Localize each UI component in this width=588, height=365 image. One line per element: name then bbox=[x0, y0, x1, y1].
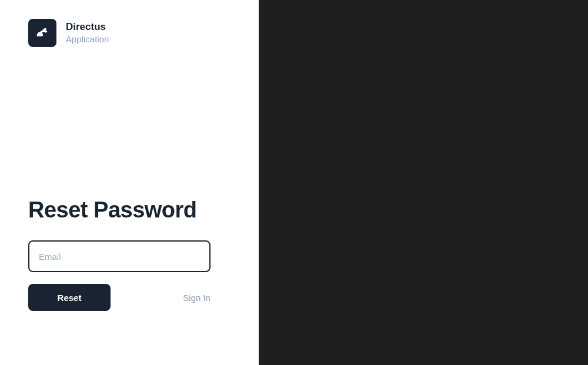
page-title: Reset Password bbox=[28, 197, 230, 223]
brand-subtitle: Application bbox=[66, 34, 109, 45]
signin-link[interactable]: Sign In bbox=[183, 293, 211, 303]
rabbit-icon bbox=[34, 25, 51, 41]
brand-header: Directus Application bbox=[28, 19, 230, 47]
reset-button[interactable]: Reset bbox=[28, 284, 111, 311]
right-panel bbox=[259, 0, 588, 365]
brand-name: Directus bbox=[66, 21, 109, 34]
reset-form: Reset Password Reset Sign In bbox=[28, 197, 230, 311]
email-input[interactable] bbox=[28, 240, 211, 272]
brand-text: Directus Application bbox=[66, 21, 109, 45]
brand-logo bbox=[28, 19, 56, 47]
left-panel: Directus Application Reset Password Rese… bbox=[0, 0, 259, 365]
form-actions: Reset Sign In bbox=[28, 284, 211, 311]
